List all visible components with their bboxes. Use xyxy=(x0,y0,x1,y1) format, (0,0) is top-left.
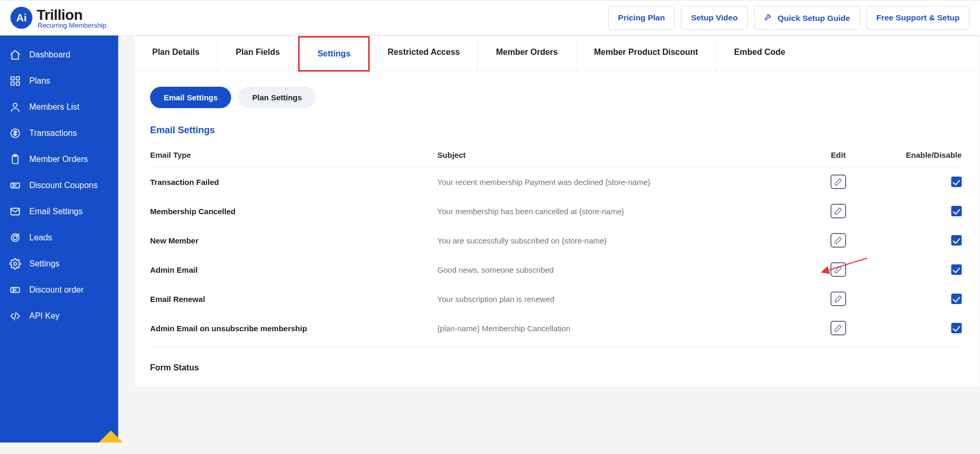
table-row: Email RenewalYour subscription plan is r… xyxy=(150,284,964,313)
email-type-cell: Admin Email on unsubscribe membership xyxy=(150,324,437,333)
brand-badge-icon: Ai xyxy=(10,7,32,29)
sidebar-item-email-settings[interactable]: Email Settings xyxy=(0,199,118,225)
email-settings-table: Email Type Subject Edit Enable/Disable T… xyxy=(150,145,964,347)
sidebar-item-label: Plans xyxy=(29,76,50,86)
plan-settings-pill[interactable]: Plan Settings xyxy=(238,87,315,108)
sidebar-item-label: Members List xyxy=(29,102,79,112)
edit-button[interactable] xyxy=(830,233,846,248)
edit-button[interactable] xyxy=(830,262,846,277)
col-edit: Edit xyxy=(796,150,880,159)
gear-icon xyxy=(9,258,21,270)
col-enable: Enable/Disable xyxy=(880,150,964,159)
email-settings-pill[interactable]: Email Settings xyxy=(150,87,231,108)
sidebar-item-label: Discount Coupons xyxy=(29,181,98,190)
home-icon xyxy=(9,49,21,61)
sidebar-item-label: Settings xyxy=(29,259,60,269)
sidebar-item-transactions[interactable]: Transactions xyxy=(0,120,118,146)
sub-tab-row: Email Settings Plan Settings xyxy=(150,87,964,108)
panel: Plan DetailsPlan FieldsSettingsRestricte… xyxy=(134,36,980,388)
edit-button[interactable] xyxy=(830,204,846,218)
form-status-heading: Form Status xyxy=(150,363,964,372)
setup-video-button[interactable]: Setup Video xyxy=(681,6,747,30)
col-subject: Subject xyxy=(437,150,796,159)
grid-icon xyxy=(9,75,21,87)
sidebar-item-api-key[interactable]: API Key xyxy=(0,303,118,329)
email-type-cell: Transaction Failed xyxy=(150,178,437,187)
sidebar-item-discount-order[interactable]: Discount order xyxy=(0,277,118,303)
email-type-cell: New Member xyxy=(150,236,437,245)
table-row: Admin EmailGood news, someone subscribed xyxy=(150,255,964,284)
sidebar-item-label: Discount order xyxy=(29,285,84,295)
tab-plan-details[interactable]: Plan Details xyxy=(134,36,218,72)
sidebar-item-discount-coupons[interactable]: Discount Coupons xyxy=(0,172,118,199)
sidebar-item-members-list[interactable]: Members List xyxy=(0,94,118,120)
code-icon xyxy=(9,310,21,322)
tab-member-product-discount[interactable]: Member Product Discount xyxy=(576,36,716,72)
enable-checkbox[interactable] xyxy=(951,235,962,246)
subject-cell: {plan-name} Membership Cancellation xyxy=(437,324,796,333)
sidebar-item-label: Email Settings xyxy=(29,207,83,216)
email-type-cell: Email Renewal xyxy=(150,295,437,304)
sidebar-item-leads[interactable]: Leads xyxy=(0,225,118,251)
edit-button[interactable] xyxy=(830,321,846,335)
sidebar-item-label: Leads xyxy=(29,233,52,242)
brand-logo: Ai Trillion Recurring Membership xyxy=(10,7,107,29)
subject-cell: You are successfully subscribed on {stor… xyxy=(437,236,796,245)
table-row: New MemberYou are successfully subscribe… xyxy=(150,226,964,255)
sidebar-item-plans[interactable]: Plans xyxy=(0,68,118,94)
tab-member-orders[interactable]: Member Orders xyxy=(478,36,576,72)
mail-icon xyxy=(9,206,21,217)
svg-rect-1 xyxy=(16,77,19,80)
sidebar-item-label: Transactions xyxy=(29,129,77,138)
sidebar-item-label: Dashboard xyxy=(29,50,70,60)
svg-rect-0 xyxy=(11,77,14,80)
edit-button[interactable] xyxy=(830,174,846,189)
tab-plan-fields[interactable]: Plan Fields xyxy=(218,36,298,72)
sidebar: DashboardPlansMembers ListTransactionsMe… xyxy=(0,36,118,443)
topbar: Ai Trillion Recurring Membership Pricing… xyxy=(0,0,980,36)
tabs: Plan DetailsPlan FieldsSettingsRestricte… xyxy=(134,36,979,72)
table-row: Membership CancelledYour membership has … xyxy=(150,196,964,226)
sidebar-item-member-orders[interactable]: Member Orders xyxy=(0,146,118,172)
enable-checkbox[interactable] xyxy=(951,177,962,187)
subject-cell: Your subscription plan is renewed xyxy=(437,295,796,304)
subject-cell: Good news, someone subscribed xyxy=(437,265,796,274)
user-icon xyxy=(9,101,21,113)
col-email-type: Email Type xyxy=(150,150,437,159)
target-icon xyxy=(9,232,21,243)
main-content: Plan DetailsPlan FieldsSettingsRestricte… xyxy=(118,36,980,443)
sidebar-item-label: Member Orders xyxy=(29,155,88,164)
enable-checkbox[interactable] xyxy=(951,264,962,275)
pricing-plan-button[interactable]: Pricing Plan xyxy=(608,6,675,30)
email-type-cell: Admin Email xyxy=(150,265,437,274)
wrench-icon xyxy=(764,14,774,22)
svg-rect-3 xyxy=(16,82,19,85)
svg-rect-2 xyxy=(11,82,14,85)
sidebar-item-settings[interactable]: Settings xyxy=(0,251,118,277)
section-title: Email Settings xyxy=(150,125,964,136)
sidebar-item-label: API Key xyxy=(29,311,60,321)
brand-subtitle: Recurring Membership xyxy=(37,21,107,29)
table-header: Email Type Subject Edit Enable/Disable xyxy=(150,145,964,167)
table-row: Transaction FailedYour recent membership… xyxy=(150,167,964,196)
enable-checkbox[interactable] xyxy=(951,294,962,304)
tab-embed-code[interactable]: Embed Code xyxy=(716,36,803,72)
sidebar-item-dashboard[interactable]: Dashboard xyxy=(0,42,118,68)
dollar-icon xyxy=(9,127,21,139)
ticket-icon xyxy=(9,180,21,191)
enable-checkbox[interactable] xyxy=(951,206,962,216)
topbar-actions: Pricing Plan Setup Video Quick Setup Gui… xyxy=(608,6,970,30)
enable-checkbox[interactable] xyxy=(951,323,962,333)
svg-point-12 xyxy=(14,262,17,265)
email-type-cell: Membership Cancelled xyxy=(150,207,437,216)
tab-settings[interactable]: Settings xyxy=(298,36,370,72)
table-row: Admin Email on unsubscribe membership{pl… xyxy=(150,313,964,347)
tab-restricted-access[interactable]: Restricted Access xyxy=(370,36,478,72)
subject-cell: Your membership has been cancelled at {s… xyxy=(437,207,796,216)
subject-cell: Your recent membership Payment was decli… xyxy=(437,178,796,187)
free-support-button[interactable]: Free Support & Setup xyxy=(867,6,970,30)
svg-point-4 xyxy=(13,103,17,107)
ticket-icon xyxy=(9,284,21,296)
quick-setup-guide-button[interactable]: Quick Setup Guide xyxy=(754,6,860,30)
edit-button[interactable] xyxy=(830,292,846,306)
